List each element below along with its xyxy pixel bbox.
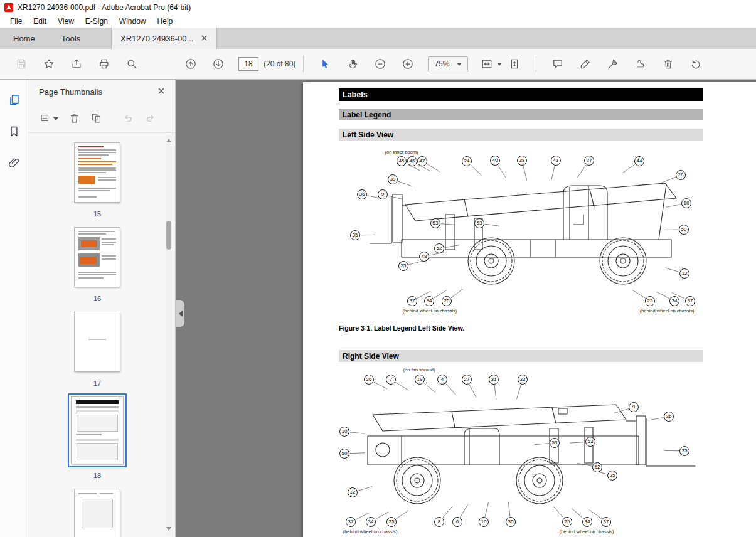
- thumbnail-options-button[interactable]: [40, 112, 58, 124]
- callout-37: 37: [601, 517, 611, 527]
- save-button[interactable]: [14, 56, 29, 72]
- panel-delete-button[interactable]: [68, 112, 80, 124]
- toolbar-separator: [536, 56, 536, 72]
- callout-33: 33: [518, 375, 528, 385]
- paperclip-icon: [8, 156, 21, 169]
- bookmarks-panel-button[interactable]: [6, 124, 21, 139]
- panel-toolbar: [28, 104, 175, 133]
- toolbar-separator: [303, 56, 304, 72]
- document-area[interactable]: Labels Label Legend Left Side View: [176, 80, 756, 537]
- undo-button[interactable]: [122, 112, 134, 124]
- callout-27: 27: [584, 156, 594, 166]
- thumbnail-page-number: 15: [93, 210, 101, 218]
- cursor-icon: [319, 58, 331, 70]
- menu-item-edit[interactable]: Edit: [28, 17, 52, 26]
- callout-25: 25: [386, 517, 397, 527]
- pdf-page: Labels Label Legend Left Side View: [303, 82, 756, 537]
- thumbnail-page-18[interactable]: 18: [68, 393, 127, 479]
- hand-tool-button[interactable]: [345, 56, 360, 72]
- delete-pages-button[interactable]: [661, 56, 676, 72]
- arrow-down-circle-icon: [212, 58, 225, 70]
- fill-sign-button[interactable]: [605, 56, 620, 72]
- extract-pages-icon: [90, 112, 102, 124]
- page-thumbnails-panel-button[interactable]: [6, 92, 21, 107]
- scroll-up-icon[interactable]: [166, 136, 171, 142]
- panel-header: Page Thumbnails: [28, 80, 175, 104]
- menu-item-view[interactable]: View: [52, 17, 80, 26]
- minus-circle-icon: [374, 58, 386, 70]
- previous-page-button[interactable]: [183, 56, 198, 72]
- tab-bar: Home Tools XR1270 24936-00...: [0, 28, 756, 49]
- scroll-down-icon[interactable]: [166, 527, 171, 533]
- thumbnail-selection-frame: [68, 393, 127, 467]
- thumbnail-page-number: 16: [93, 295, 101, 302]
- thumbnail-preview: [75, 489, 120, 537]
- attachments-panel-button[interactable]: [6, 155, 21, 170]
- close-icon[interactable]: [201, 34, 208, 43]
- options-icon: [40, 112, 51, 124]
- thumbnail-page-19[interactable]: 19: [71, 486, 124, 537]
- stamp-button[interactable]: [633, 56, 648, 72]
- collapse-panel-handle[interactable]: [176, 300, 184, 327]
- highlight-button[interactable]: [578, 56, 593, 72]
- callout-27: 27: [462, 375, 472, 385]
- tab-document[interactable]: XR1270 24936-00...: [111, 28, 217, 49]
- callout-37: 37: [407, 296, 417, 306]
- diagram-note: (behind wheel on chassis): [639, 308, 695, 314]
- callout-38: 38: [517, 156, 527, 166]
- page-number-input[interactable]: [238, 57, 258, 71]
- menu-item-file[interactable]: File: [4, 17, 28, 26]
- chevron-down-icon[interactable]: [497, 63, 502, 68]
- thumbnail-page-number: 18: [93, 472, 101, 479]
- callout-12: 12: [348, 487, 358, 497]
- thumbnail-preview: [75, 312, 120, 371]
- title-bar: XR1270 24936-000.pdf - Adobe Acrobat Pro…: [0, 0, 756, 14]
- comment-icon: [551, 58, 564, 70]
- next-page-button[interactable]: [211, 56, 226, 72]
- callout-6: 6: [452, 517, 462, 527]
- callout-53: 53: [474, 218, 484, 228]
- tab-home[interactable]: Home: [0, 28, 48, 49]
- page-count-label: (20 of 80): [264, 60, 295, 68]
- zoom-in-button[interactable]: [400, 56, 415, 72]
- callout-10: 10: [479, 517, 489, 527]
- save-icon: [15, 58, 28, 70]
- thumbnail-page-17[interactable]: 17: [71, 309, 124, 387]
- callout-7: 7: [386, 375, 396, 385]
- zoom-out-button[interactable]: [373, 56, 388, 72]
- rotate-pages-button[interactable]: [688, 56, 703, 72]
- scrolling-mode-button[interactable]: [507, 56, 522, 72]
- fit-width-button[interactable]: [479, 56, 494, 72]
- panel-scrollbar[interactable]: [166, 134, 172, 536]
- extract-pages-button[interactable]: [90, 112, 102, 124]
- callout-37: 37: [346, 517, 356, 527]
- share-button[interactable]: [69, 56, 84, 72]
- callout-19: 19: [415, 375, 425, 385]
- print-button[interactable]: [97, 56, 112, 72]
- scrollbar-thumb[interactable]: [166, 221, 171, 250]
- select-tool-button[interactable]: [317, 56, 333, 72]
- comment-button[interactable]: [550, 56, 565, 72]
- star-button[interactable]: [41, 56, 56, 72]
- main-region: Page Thumbnails 1516171819 Labels Label …: [0, 80, 756, 537]
- callout-10: 10: [681, 198, 691, 208]
- diagram-right-side-view: 2671942731339361053533550522512373425861…: [339, 366, 703, 537]
- redo-button[interactable]: [144, 112, 156, 124]
- zoom-level: 75%: [434, 60, 449, 68]
- panel-title: Page Thumbnails: [39, 87, 102, 97]
- search-button[interactable]: [124, 56, 139, 72]
- menu-item-help[interactable]: Help: [152, 17, 179, 26]
- bookmark-icon: [8, 125, 21, 138]
- thumbnail-page-15[interactable]: 15: [71, 139, 124, 218]
- menu-item-esign[interactable]: E-Sign: [80, 17, 114, 26]
- tab-tools[interactable]: Tools: [48, 28, 93, 49]
- callout-26: 26: [364, 375, 374, 385]
- close-icon[interactable]: [157, 87, 165, 97]
- thumbnail-frame: [71, 486, 124, 537]
- callout-34: 34: [366, 517, 376, 527]
- menu-item-window[interactable]: Window: [114, 17, 152, 26]
- zoom-dropdown[interactable]: 75%: [428, 56, 468, 72]
- undo-icon: [122, 112, 134, 124]
- trash-icon: [68, 112, 80, 124]
- thumbnail-page-16[interactable]: 16: [71, 224, 124, 302]
